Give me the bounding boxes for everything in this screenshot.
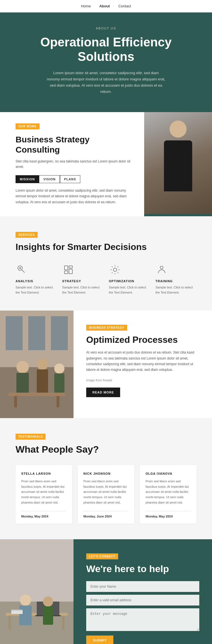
contact-right: LET'S CONNECT We're here to help SUBMIT — [73, 539, 212, 644]
testimonials-section: TESTIMONIALS What People Say? STELLA LAR… — [0, 418, 212, 539]
svg-rect-13 — [16, 373, 29, 395]
svg-point-28 — [20, 594, 31, 606]
svg-rect-20 — [57, 396, 59, 407]
svg-rect-18 — [8, 393, 65, 396]
service-strategy: STRATEGY Sample text. Click to select th… — [62, 264, 103, 295]
testimonial-1-name: STELLA LARSON — [21, 472, 66, 475]
training-desc: Sample text. Click to select the Text El… — [155, 285, 196, 295]
nav-about[interactable]: About — [99, 4, 110, 8]
svg-rect-19 — [14, 396, 17, 407]
testimonial-1: STELLA LARSON Proin sed libero enim sed … — [16, 465, 72, 523]
svg-point-6 — [160, 266, 163, 269]
service-analysis: ANALYSIS Sample text. Click to select th… — [16, 264, 57, 295]
contact-image — [0, 539, 73, 644]
svg-point-5 — [113, 268, 117, 271]
svg-rect-4 — [69, 269, 72, 274]
svg-rect-33 — [12, 609, 22, 611]
testimonial-1-date: Monday, May 2024 — [21, 515, 66, 518]
testimonial-2: NICK JHONSON Proin sed libero enim sed f… — [78, 465, 134, 523]
svg-rect-9 — [6, 316, 23, 350]
testimonial-3-divider — [146, 511, 191, 511]
biz-badge: BUSINESS STRATEGY — [86, 325, 127, 331]
tab-mission[interactable]: MISSION — [16, 175, 39, 183]
svg-rect-32 — [11, 610, 23, 614]
svg-rect-29 — [19, 606, 32, 625]
nav-contact[interactable]: Contact — [118, 4, 131, 8]
testimonial-1-text: Proin sed libero enim sed faucibus turpi… — [21, 479, 66, 505]
biz-body: At vero eos et accusam et justo duo dolo… — [86, 350, 199, 373]
analysis-desc: Sample text. Click to select the Text El… — [16, 285, 57, 295]
service-optimization: OPTIMIZATION Sample text. Click to selec… — [109, 264, 150, 295]
testimonials-grid: STELLA LARSON Proin sed libero enim sed … — [16, 465, 196, 523]
our-work-tabs: MISSION VISION PLANS — [16, 175, 133, 183]
biz-title: Optimized Processes — [86, 335, 199, 345]
svg-point-14 — [37, 359, 48, 370]
svg-rect-2 — [69, 266, 72, 268]
biz-office-image — [0, 311, 73, 418]
nav-home[interactable]: Home — [81, 4, 91, 8]
svg-rect-1 — [64, 266, 68, 270]
our-work-body: Lorem ipsum dolor sit amet, consetetur s… — [16, 188, 133, 205]
our-work-section: OUR WORK Business Strategy Consulting St… — [0, 112, 212, 217]
submit-button[interactable]: SUBMIT — [86, 636, 113, 644]
contact-form: SUBMIT — [86, 581, 199, 644]
contact-title: We're here to help — [86, 563, 199, 574]
our-work-title: Business Strategy Consulting — [16, 134, 133, 155]
testimonials-title: What People Say? — [16, 444, 196, 455]
name-input[interactable] — [86, 581, 199, 592]
svg-rect-10 — [28, 316, 45, 350]
analysis-title: ANALYSIS — [16, 279, 57, 283]
strategy-title: STRATEGY — [62, 279, 103, 283]
testimonial-2-date: Monday, June 2024 — [83, 515, 129, 518]
biz-img-credit: Image from freepik — [86, 378, 199, 382]
email-input[interactable] — [86, 595, 199, 606]
svg-rect-15 — [37, 369, 48, 393]
training-title: TRAINING — [155, 279, 196, 283]
services-section: SERVICES Insights for Smarter Decisions … — [0, 216, 212, 311]
office-photo — [0, 311, 73, 418]
svg-rect-17 — [54, 373, 64, 395]
svg-rect-24 — [8, 616, 11, 630]
testimonials-badge: TESTIMONIALS — [16, 434, 46, 440]
read-more-button[interactable]: READ MORE — [86, 388, 120, 397]
testimonial-1-divider — [21, 511, 66, 511]
strategy-icon — [62, 264, 75, 276]
service-training: TRAINING Sample text. Click to select th… — [155, 264, 196, 295]
services-grid: ANALYSIS Sample text. Click to select th… — [16, 264, 196, 295]
optimization-icon — [109, 264, 121, 276]
testimonial-2-text: Proin sed libero enim sed faucibus turpi… — [83, 479, 129, 505]
tab-plans[interactable]: PLANS — [60, 175, 80, 183]
tab-vision[interactable]: VISION — [39, 175, 60, 183]
optimization-desc: Sample text. Click to select the Text El… — [109, 285, 150, 295]
hero-title: Operational Efficiency Solutions — [34, 35, 178, 64]
testimonial-2-divider — [83, 511, 129, 511]
our-work-image — [144, 112, 212, 217]
our-work-badge: OUR WORK — [16, 123, 40, 129]
analysis-icon — [16, 264, 28, 276]
optimization-title: OPTIMIZATION — [109, 279, 150, 283]
person-photo — [144, 112, 212, 214]
hero-label: ABOUT US — [34, 27, 178, 30]
svg-rect-11 — [51, 316, 68, 350]
biz-strategy-section: BUSINESS STRATEGY Optimized Processes At… — [0, 311, 212, 418]
services-badge: SERVICES — [16, 232, 38, 238]
svg-rect-31 — [43, 606, 53, 625]
biz-right: BUSINESS STRATEGY Optimized Processes At… — [73, 311, 212, 418]
navigation: Home About Contact — [0, 0, 212, 12]
hero-body: Lorem ipsum dolor sit amet, consetetur s… — [47, 70, 165, 95]
svg-point-30 — [43, 596, 53, 607]
message-input[interactable] — [86, 608, 199, 631]
strategy-desc: Sample text. Click to select the Text El… — [62, 285, 103, 295]
contact-section: LET'S CONNECT We're here to help SUBMIT — [0, 539, 212, 644]
our-work-desc: Stet clita kasd gubergren, no sea takima… — [16, 159, 133, 170]
svg-rect-3 — [64, 271, 68, 274]
testimonial-3-name: OLGA IVANOVA — [146, 472, 191, 475]
hero-section: ABOUT US Operational Efficiency Solution… — [0, 12, 212, 112]
contact-badge: LET'S CONNECT — [86, 553, 118, 559]
svg-rect-25 — [62, 616, 64, 630]
svg-point-16 — [54, 363, 64, 374]
training-icon — [155, 264, 168, 276]
testimonial-2-name: NICK JHONSON — [83, 472, 129, 475]
our-work-left: OUR WORK Business Strategy Consulting St… — [0, 112, 144, 217]
testimonial-3: OLGA IVANOVA Proin sed libero enim sed f… — [140, 465, 196, 523]
